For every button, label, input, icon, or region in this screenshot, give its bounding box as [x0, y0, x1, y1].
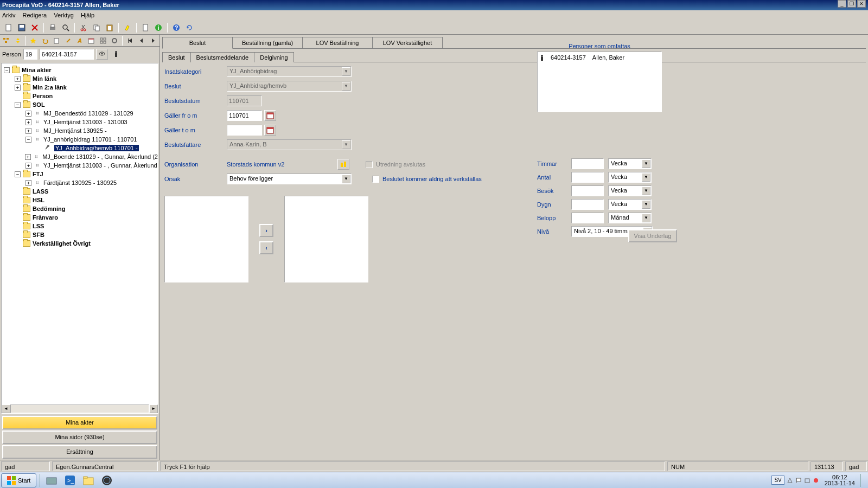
tree-expand[interactable]: + — [25, 111, 31, 117]
tree-icon[interactable] — [1, 35, 11, 46]
tree-expand[interactable]: + — [25, 119, 31, 125]
tab-beslut[interactable]: Beslut — [162, 37, 233, 49]
tree-expand[interactable]: + — [25, 128, 31, 134]
tree-node[interactable]: SFB — [33, 232, 44, 238]
document-icon[interactable] — [140, 22, 151, 33]
grid-icon[interactable] — [98, 35, 108, 46]
task-explorer[interactable] — [80, 473, 97, 487]
input-galler-tom[interactable] — [227, 125, 262, 136]
info-icon[interactable]: i — [153, 22, 164, 33]
input-dygn[interactable] — [571, 199, 604, 210]
show-desktop[interactable] — [860, 474, 865, 487]
calendar-button-tom[interactable] — [264, 125, 276, 136]
select-dygn-unit[interactable]: Vecka▼ — [608, 199, 652, 210]
task-app4[interactable] — [99, 473, 115, 487]
print-icon[interactable] — [47, 22, 58, 33]
chevron-down-icon[interactable]: ▼ — [342, 82, 350, 91]
select-timmar-unit[interactable]: Vecka▼ — [608, 158, 652, 169]
tree-root[interactable]: Mina akter — [22, 67, 51, 73]
paste-icon[interactable] — [104, 22, 115, 33]
clipboard-icon[interactable] — [52, 35, 62, 46]
tree-node[interactable]: Person — [33, 93, 53, 99]
select-belopp-unit[interactable]: Månad▼ — [608, 213, 652, 223]
input-besok[interactable] — [571, 185, 604, 196]
scroll-right[interactable]: ► — [149, 404, 158, 413]
help-icon[interactable]: ? — [171, 22, 182, 33]
task-app1[interactable] — [43, 473, 60, 487]
subtab-beslut[interactable]: Beslut — [162, 52, 191, 62]
tree-leaf[interactable]: MJ_Hemtjänst 130925 - — [43, 127, 107, 134]
person-id-input[interactable] — [40, 49, 94, 60]
save-icon[interactable] — [16, 22, 27, 33]
tray-flag-icon[interactable] — [795, 477, 802, 484]
tree-node[interactable]: Frånvaro — [33, 214, 58, 221]
menu-redigera[interactable]: Redigera — [23, 12, 47, 18]
tab-lov-verkstallighet[interactable]: LOV Verkställighet — [372, 37, 443, 48]
chevron-down-icon[interactable]: ▼ — [642, 187, 650, 195]
first-icon[interactable] — [125, 35, 135, 46]
tree-node[interactable]: Bedömning — [33, 206, 66, 212]
tree-expand[interactable]: + — [25, 180, 31, 186]
move-left-button[interactable]: ‹ — [259, 241, 273, 254]
tray-icon1[interactable] — [787, 477, 793, 484]
tree-expand[interactable]: + — [25, 163, 31, 169]
wand-icon[interactable] — [63, 35, 73, 46]
chevron-down-icon[interactable]: ▼ — [642, 214, 650, 222]
chevron-down-icon[interactable]: ▼ — [342, 175, 350, 183]
select-beslutsfattare[interactable]: Anna-Karin, B▼ — [227, 139, 352, 150]
select-insatskategori[interactable]: YJ_Anhörigbidrag▼ — [227, 66, 352, 77]
new-icon[interactable] — [3, 22, 14, 33]
tree-leaf[interactable]: YJ_Hemtjänst 131003 - 131003 — [43, 119, 127, 125]
checkbox-verkstallas[interactable] — [372, 176, 379, 183]
tree-node[interactable]: FTJ — [33, 171, 43, 177]
person-num-input[interactable] — [23, 49, 37, 60]
input-belopp[interactable] — [571, 213, 604, 223]
nav-mina-sidor[interactable]: Mina sidor (930se) — [2, 431, 157, 444]
tree-expand[interactable]: − — [15, 171, 21, 177]
tree-node[interactable]: Verkställighet Övrigt — [33, 240, 91, 247]
move-right-button[interactable]: › — [259, 224, 273, 237]
chevron-down-icon[interactable]: ▼ — [642, 200, 650, 209]
subtab-beslutsmeddelande[interactable]: Beslutsmeddelande — [190, 52, 255, 62]
task-powershell[interactable]: >_ — [62, 473, 78, 487]
nav-ersattning[interactable]: Ersättning — [2, 445, 157, 459]
prev-icon[interactable] — [136, 35, 146, 46]
select-antal-unit[interactable]: Vecka▼ — [608, 172, 652, 183]
undo-icon[interactable] — [40, 35, 50, 46]
tree-leaf[interactable]: Färdtjänst 130925 - 130925 — [43, 179, 117, 186]
tree-leaf[interactable]: YJ_anhörigbidrag 110701 - 110701 — [43, 136, 137, 143]
minimize-button[interactable]: _ — [838, 0, 846, 8]
cut-icon[interactable] — [78, 22, 89, 33]
tree-expand[interactable]: − — [15, 102, 21, 108]
list-left[interactable] — [164, 196, 248, 282]
tree-leaf[interactable]: YJ_Hemtjänst 131003 - , Gunnar, Åkerlund — [43, 162, 157, 169]
delete-icon[interactable] — [29, 22, 40, 33]
language-indicator[interactable]: SV — [771, 476, 784, 485]
select-beslut[interactable]: YJ_Anhbidrag/hemvb▼ — [227, 81, 352, 92]
tab-lov-bestallning[interactable]: LOV Beställning — [302, 37, 373, 48]
org-picker-button[interactable] — [337, 159, 349, 170]
next-icon[interactable] — [148, 35, 158, 46]
tray-icon3[interactable] — [804, 477, 810, 484]
tab-bestallning[interactable]: Beställning (gamla) — [232, 37, 303, 48]
restore-button[interactable]: ❐ — [847, 0, 856, 8]
tree-leaf[interactable]: MJ_Boende 131029 - , Gunnar, Åkerlund (2 — [42, 153, 158, 160]
tree-node[interactable]: Min 2:a länk — [33, 84, 67, 91]
tree-expand[interactable]: − — [25, 137, 31, 143]
person-icon[interactable] — [110, 49, 122, 60]
font-icon[interactable]: A — [74, 35, 85, 46]
person-item[interactable]: 640214-3157 Allen, Baker — [540, 54, 659, 62]
input-galler-from[interactable] — [227, 110, 262, 121]
input-antal[interactable] — [571, 172, 604, 183]
up-down-icon[interactable] — [12, 35, 23, 46]
tree-view[interactable]: −Mina akter +Min länk +Min 2:a länk Pers… — [1, 63, 158, 414]
chevron-down-icon[interactable]: ▼ — [342, 140, 350, 149]
tree-node[interactable]: LASS — [33, 188, 48, 195]
tree-node[interactable]: LSS — [33, 223, 44, 229]
menu-hjalp[interactable]: Hjälp — [81, 12, 94, 18]
select-besok-unit[interactable]: Vecka▼ — [608, 185, 652, 196]
close-button[interactable]: ✕ — [857, 0, 866, 8]
tree-expand[interactable]: − — [4, 67, 10, 73]
list-right[interactable] — [284, 196, 368, 282]
chevron-down-icon[interactable]: ▼ — [642, 159, 650, 168]
